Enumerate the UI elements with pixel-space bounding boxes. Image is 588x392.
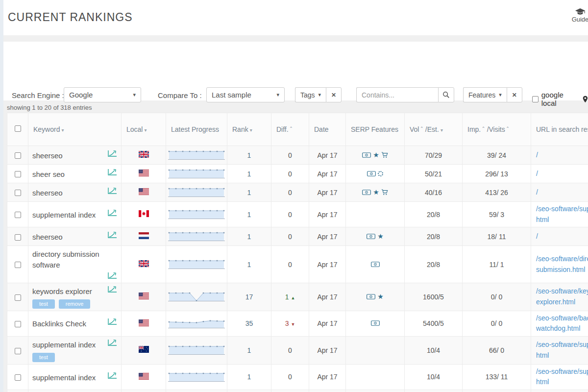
tags-filter-group: Tags ▾ ✕ (295, 87, 342, 102)
progress-sparkline (166, 311, 227, 336)
tag-badge[interactable]: test (32, 353, 55, 362)
url-link[interactable]: /seo-software/sup html (536, 368, 588, 386)
url-column-label: URL in search results (536, 125, 588, 133)
features-clear-button[interactable]: ✕ (507, 87, 522, 102)
imp-visits-value: 66/ 0 (463, 337, 531, 365)
diff-value: 0 (271, 246, 309, 283)
url-link[interactable]: /seo-software/sup html (536, 341, 588, 359)
url-link[interactable]: / (536, 151, 538, 159)
compare-to-label: Compare To : (158, 91, 202, 99)
url-link[interactable]: /seo-software/back watchdog.html (536, 314, 588, 333)
tags-clear-button[interactable]: ✕ (326, 87, 342, 102)
search-engine-select[interactable]: Google ▾ (64, 87, 141, 102)
date-value: Apr 17 (309, 364, 346, 390)
url-link[interactable]: /seo-software/dire submission.html (536, 255, 588, 273)
vol-column-label: Vol (410, 125, 419, 133)
progress-sparkline (166, 337, 227, 365)
row-checkbox[interactable] (15, 190, 21, 196)
select-all-checkbox[interactable] (15, 125, 21, 132)
progress-sparkline (166, 202, 227, 227)
diff-column-header[interactable]: Diff.ˆ (271, 113, 309, 146)
url-link[interactable]: / (536, 232, 538, 240)
tag-badge[interactable]: remove (59, 299, 91, 309)
line-chart-icon[interactable] (107, 339, 117, 348)
compare-to-value: Last sample (212, 91, 251, 99)
date-column-header[interactable]: Date (309, 113, 346, 146)
line-chart-icon[interactable] (107, 285, 117, 294)
url-link[interactable]: /seo-software/keyw explorer.html (536, 287, 588, 306)
vol-est-column-header[interactable]: Volˆ /Est.▾ (405, 113, 463, 146)
table-row: Backlinks Check 35 3 ▼ Apr 17 (7, 311, 588, 336)
serp-features-column-header: SERP Features (346, 113, 405, 146)
progress-sparkline (166, 283, 227, 311)
line-chart-icon[interactable] (107, 187, 117, 196)
rank-value: 1 (227, 146, 271, 165)
rank-value: 1 (227, 364, 271, 390)
keyword-label: sheerseo (32, 187, 63, 198)
keyword-column-header[interactable]: Keyword▾ (28, 113, 122, 146)
progress-sparkline (166, 165, 227, 183)
sort-caret-icon: ˆ (506, 126, 510, 133)
rank-value: 1 (227, 165, 271, 183)
tags-dropdown-button[interactable]: Tags ▾ (295, 87, 326, 102)
chevron-down-icon: ▾ (499, 92, 502, 98)
sort-caret-icon: ▾ (144, 127, 147, 133)
imp-visits-value: 413/ 26 (463, 183, 531, 202)
money-icon (367, 294, 375, 299)
row-checkbox[interactable] (15, 321, 21, 327)
google-local-checkbox[interactable]: google local (532, 91, 588, 107)
row-checkbox[interactable] (15, 171, 21, 177)
contains-search-input[interactable] (356, 87, 438, 102)
row-checkbox[interactable] (15, 262, 21, 268)
us-flag-icon (139, 170, 149, 178)
guide-link[interactable]: Guide (564, 8, 588, 23)
contains-search-group (356, 87, 454, 102)
vol-est-value: 10/4 (405, 337, 463, 365)
row-checkbox[interactable] (15, 294, 21, 301)
url-link[interactable]: / (536, 170, 538, 177)
row-checkbox[interactable] (15, 374, 21, 381)
features-dropdown-button[interactable]: Features ▾ (463, 87, 507, 102)
sort-caret-icon: ▾ (61, 127, 64, 133)
imp-visits-column-header[interactable]: Imp.ˆ /Visitsˆ (463, 113, 531, 146)
imp-visits-value: 25/ 7 (463, 390, 531, 392)
imp-visits-value: 59/ 3 (463, 202, 531, 227)
date-value: Apr 17 (309, 390, 346, 392)
line-chart-icon[interactable] (107, 318, 117, 327)
table-row: supplemental index test 1 0 Apr 17 10/4 … (7, 337, 588, 365)
location-pin-icon (583, 96, 588, 103)
line-chart-icon[interactable] (107, 209, 117, 218)
checkbox[interactable] (532, 96, 539, 102)
line-chart-icon[interactable] (107, 231, 117, 240)
row-checkbox[interactable] (15, 212, 21, 218)
date-value: Apr 17 (309, 283, 346, 311)
url-link[interactable]: / (536, 188, 538, 196)
compare-to-select[interactable]: Last sample ▾ (206, 87, 285, 102)
vol-est-value: 40/16 (405, 183, 463, 202)
tag-badge[interactable]: test (32, 299, 55, 309)
date-value: Apr 17 (309, 227, 346, 246)
progress-sparkline (166, 146, 227, 165)
progress-sparkline (166, 246, 227, 283)
line-chart-icon[interactable] (107, 271, 117, 281)
search-button[interactable] (438, 87, 454, 102)
table-row: sheerseo 1 0 Apr 17 ★ 20/8 18/ 11 / (7, 227, 588, 246)
star-icon: ★ (373, 151, 379, 158)
line-chart-icon[interactable] (107, 168, 117, 177)
sort-caret-icon: ˆ (482, 126, 485, 133)
serp-column-label: SERP Features (351, 125, 398, 133)
star-icon: ★ (373, 189, 379, 196)
line-chart-icon[interactable] (107, 149, 117, 159)
line-chart-icon[interactable] (107, 371, 117, 381)
row-checkbox[interactable] (15, 348, 21, 354)
row-checkbox[interactable] (15, 152, 21, 159)
local-column-header[interactable]: Local▾ (122, 113, 166, 146)
us-flag-icon (139, 320, 149, 328)
rank-column-header[interactable]: Rank▾ (227, 113, 271, 146)
money-icon (367, 171, 376, 176)
date-value: Apr 17 (309, 246, 346, 283)
row-checkbox[interactable] (15, 234, 21, 241)
chevron-down-icon: ▾ (318, 92, 321, 98)
money-icon (367, 234, 375, 239)
url-link[interactable]: /seo-software/sup html (536, 205, 588, 223)
